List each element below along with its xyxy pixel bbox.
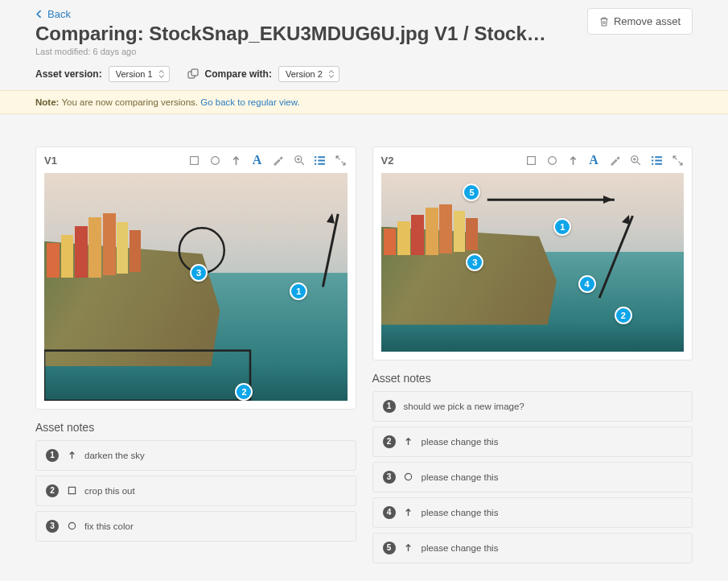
version-label-v1: V1 [44,155,57,167]
note-number-badge: 3 [46,520,59,533]
asset-note[interactable]: 3fix this color [35,511,356,542]
note-text: please change this [422,543,499,553]
page-header: Back Comparing: StockSnap_EKU3MDUG6U.jpg… [0,0,728,63]
svg-rect-9 [68,488,75,494]
list-tool-icon[interactable] [314,154,327,167]
note-number-badge: 2 [46,484,59,497]
note-text: fix this color [84,521,134,531]
page-title: Comparing: StockSnap_EKU3MDUG6U.jpg V1 /… [35,23,550,45]
svg-rect-11 [527,156,535,164]
circle-tool-icon[interactable] [545,154,558,167]
annotation-pin[interactable]: 2 [615,307,632,324]
version-label-v2: V2 [381,155,394,167]
text-tool-icon[interactable]: A [587,154,600,167]
svg-point-12 [548,156,556,164]
note-number-badge: 2 [383,435,396,448]
asset-note[interactable]: 3please change this [372,462,693,492]
annotation-pin[interactable]: 2 [235,383,253,401]
circle-icon [67,521,76,531]
text-tool-icon[interactable]: A [251,154,264,167]
asset-note[interactable]: 1should we pick a new image? [372,391,693,422]
last-modified: Last modified: 6 days ago [35,47,693,56]
asset-note[interactable]: 4please change this [372,497,693,528]
arrow-tool-icon[interactable] [566,154,579,167]
annotation-toolbar-v2: A [524,154,684,167]
annotation-toolbar-v1: A [188,154,348,167]
note-text: should we pick a new image? [404,402,524,411]
version-controls: Asset version: Version 1 Compare with: V… [0,63,728,90]
svg-marker-17 [622,215,630,225]
arrow-tool-icon[interactable] [230,154,243,167]
asset-note[interactable]: 2crop this out [35,476,356,506]
square-icon [67,486,76,496]
asset-note[interactable]: 5please change this [372,533,693,563]
arrow-icon [404,508,413,517]
annotation-pin[interactable]: 1 [290,282,307,300]
remove-asset-button[interactable]: Remove asset [587,8,693,35]
asset-card-v2: V2 A [372,146,693,361]
asset-preview-v1[interactable]: 123 [44,173,348,401]
arrow-icon [404,437,413,447]
note-text: darken the sky [84,451,145,460]
note-text: please change this [422,508,499,517]
back-link[interactable]: Back [35,8,71,20]
rect-tool-icon[interactable] [188,154,201,167]
note-text: crop this out [84,486,135,496]
info-banner-text: You are now comparing versions. [61,97,198,107]
asset-notes-title-v1: Asset notes [35,421,356,434]
note-text: please change this [422,472,499,482]
note-number-badge: 3 [383,471,396,484]
annotation-pin[interactable]: 5 [463,183,480,201]
compare-column-right: V2 A [372,146,693,568]
annotation-pin[interactable]: 3 [190,264,208,282]
compare-column-left: V1 A [35,146,356,546]
asset-note[interactable]: 1darken the sky [35,440,356,471]
expand-tool-icon[interactable] [335,154,348,167]
svg-point-18 [405,474,411,480]
compare-icon [187,68,199,80]
note-number-badge: 5 [383,542,396,554]
remove-asset-label: Remove asset [614,15,681,27]
info-banner: Note: You are now comparing versions. Go… [0,90,728,114]
annotation-pin[interactable]: 1 [553,218,571,236]
svg-line-16 [599,216,632,298]
zoom-tool-icon[interactable] [293,154,306,167]
annotation-pin[interactable]: 4 [578,275,596,293]
asset-version-select[interactable]: Version 1 [109,66,170,82]
note-number-badge: 1 [383,400,396,413]
arrow-icon [404,543,413,553]
zoom-tool-icon[interactable] [629,154,642,167]
asset-version-label: Asset version: [35,68,102,80]
compare-with-label: Compare with: [205,68,272,80]
annotation-overlay-v2 [381,173,685,352]
arrow-left-icon [35,10,44,19]
svg-line-7 [323,214,338,287]
asset-note[interactable]: 2please change this [372,426,693,457]
annotation-pin[interactable]: 3 [466,253,483,271]
eyedropper-tool-icon[interactable] [272,154,285,167]
compare-with-select[interactable]: Version 2 [278,66,339,82]
asset-card-v1: V1 A [35,146,356,410]
rect-tool-icon[interactable] [524,154,537,167]
svg-marker-15 [603,196,613,204]
eyedropper-tool-icon[interactable] [608,154,621,167]
svg-point-10 [68,523,75,529]
svg-marker-8 [327,212,336,224]
expand-tool-icon[interactable] [671,154,684,167]
asset-notes-title-v2: Asset notes [372,372,693,385]
regular-view-link[interactable]: Go back to regular view. [200,97,299,107]
svg-rect-2 [191,156,199,164]
asset-preview-v2[interactable]: 12345 [381,173,685,352]
svg-rect-1 [191,69,198,76]
note-number-badge: 1 [46,449,59,462]
circle-tool-icon[interactable] [209,154,222,167]
note-number-badge: 4 [383,506,396,519]
list-tool-icon[interactable] [650,154,663,167]
svg-rect-6 [44,351,250,401]
info-banner-prefix: Note: [35,97,59,107]
circle-icon [404,472,413,482]
arrow-icon [67,451,76,460]
svg-point-3 [212,156,220,164]
back-label: Back [47,8,71,20]
note-text: please change this [422,437,499,447]
